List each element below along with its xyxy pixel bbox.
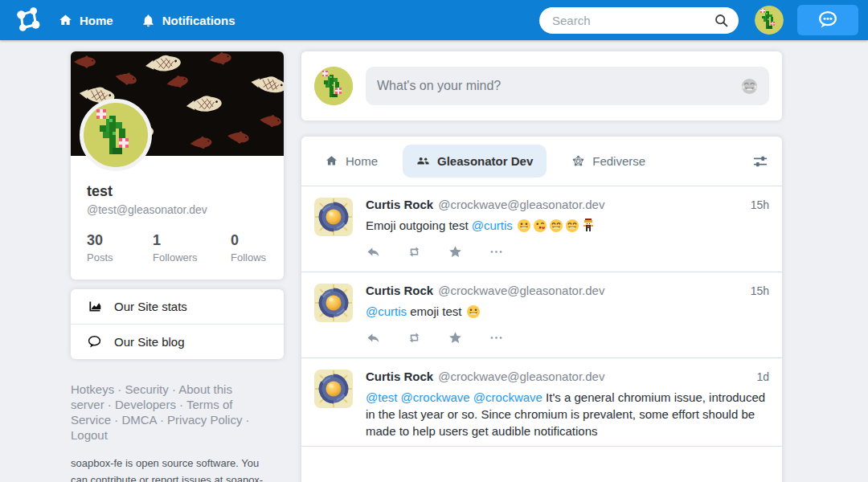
post-author-handle[interactable]: @crockwave@gleasonator.dev: [438, 198, 604, 211]
nav-home-label: Home: [80, 14, 113, 27]
profile-handle: @test@gleasonator.dev: [87, 203, 268, 216]
nav-notifications[interactable]: Notifications: [141, 13, 235, 28]
post-actions: [366, 244, 769, 259]
fediverse-icon: [571, 154, 585, 168]
post: Curtis Rock @crockwave@gleasonator.dev 1…: [301, 272, 782, 358]
post-author-handle[interactable]: @crockwave@gleasonator.dev: [438, 284, 604, 297]
footer-links: Hotkeys · Security · About this server ·…: [71, 382, 254, 443]
site-blog-label: Our Site blog: [114, 335, 185, 349]
footer-about: soapbox-fe is open source software. You …: [71, 455, 272, 482]
compose-avatar[interactable]: [314, 67, 353, 105]
footer-link[interactable]: Privacy Policy: [167, 413, 242, 427]
app-logo-icon[interactable]: [13, 5, 43, 35]
site-stats-link[interactable]: Our Site stats: [71, 289, 284, 324]
emoji-kissing-heart: [533, 219, 547, 233]
footer-link[interactable]: Security: [125, 382, 169, 396]
favourite-button[interactable]: [448, 244, 463, 259]
mention-link[interactable]: @curtis: [472, 219, 513, 232]
curtis-avatar: [314, 370, 353, 408]
mention-link[interactable]: @test: [366, 390, 397, 404]
post-author-avatar[interactable]: [314, 370, 353, 408]
mention-link[interactable]: @curtis: [366, 304, 407, 318]
repost-button[interactable]: [407, 244, 422, 259]
cactus-avatar: [84, 103, 148, 167]
curtis-avatar: [314, 284, 353, 322]
nav-home[interactable]: Home: [58, 13, 113, 28]
search-icon[interactable]: [714, 13, 729, 28]
post-author-name[interactable]: Curtis Rock: [366, 198, 433, 211]
site-stats-label: Our Site stats: [114, 300, 187, 313]
footer-link[interactable]: Developers: [115, 398, 176, 411]
cactus-avatar: [755, 6, 784, 35]
home-icon: [325, 154, 338, 168]
chart-icon: [87, 299, 102, 314]
post-author-avatar[interactable]: [314, 284, 353, 322]
emoji-grinning: [466, 304, 481, 319]
tab-home[interactable]: Home: [311, 145, 391, 178]
emoji-grinning-eyes: [565, 219, 579, 233]
bell-icon: [141, 13, 156, 28]
post-timestamp[interactable]: 15h: [751, 198, 769, 211]
post-text: Emoji outgoing test: [366, 219, 472, 232]
reply-button[interactable]: [366, 330, 381, 345]
post-timestamp[interactable]: 15h: [751, 284, 769, 297]
emoji-picker-icon[interactable]: [740, 77, 759, 96]
stat-posts[interactable]: 30 Posts: [87, 232, 153, 263]
footer-link[interactable]: Hotkeys: [71, 382, 114, 396]
post-content: @curtis emoji test: [366, 303, 769, 320]
compose-input[interactable]: [377, 79, 740, 93]
post-author-name[interactable]: Curtis Rock: [366, 284, 433, 297]
site-blog-link[interactable]: Our Site blog: [71, 324, 284, 359]
profile-avatar[interactable]: [80, 99, 152, 171]
emoji-row: [516, 219, 596, 232]
emoji-grinning-eyes: [549, 219, 563, 233]
chat-bubble-icon: [816, 8, 840, 32]
home-icon: [58, 13, 73, 28]
cactus-avatar: [314, 67, 353, 105]
tab-fediverse-label: Fediverse: [592, 154, 645, 168]
profile-display-name[interactable]: test: [87, 183, 268, 200]
nav-notifications-label: Notifications: [162, 14, 235, 27]
profile-card: test @test@gleasonator.dev 30 Posts 1 Fo…: [71, 51, 284, 280]
top-navbar: Home Notifications: [0, 0, 868, 40]
tab-community-label: Gleasonator Dev: [437, 154, 533, 168]
main-column: Home Gleasonator Dev: [301, 51, 782, 482]
left-sidebar: test @test@gleasonator.dev 30 Posts 1 Fo…: [71, 51, 284, 482]
search-input[interactable]: [552, 14, 714, 27]
post: Curtis Rock @crockwave@gleasonator.dev 1…: [301, 358, 782, 447]
reply-button[interactable]: [366, 244, 381, 259]
nav-user-avatar[interactable]: [755, 6, 784, 35]
post-author-name[interactable]: Curtis Rock: [366, 370, 433, 383]
sidebar-footer: Hotkeys · Security · About this server ·…: [71, 382, 254, 482]
mention-link[interactable]: @crockwave: [473, 390, 542, 404]
post-text: emoji test: [407, 304, 465, 318]
mention-link[interactable]: @crockwave: [401, 390, 470, 404]
emoji-grinning: [517, 219, 531, 233]
tab-community[interactable]: Gleasonator Dev: [403, 145, 547, 178]
footer-link[interactable]: DMCA: [121, 413, 156, 427]
post-actions: [366, 330, 769, 345]
chat-button[interactable]: [797, 5, 858, 35]
more-button[interactable]: [489, 330, 504, 345]
post-timestamp[interactable]: 1d: [756, 370, 769, 383]
stat-follows[interactable]: 0 Follows: [231, 232, 266, 263]
post-content: Emoji outgoing test @curtis: [366, 217, 769, 234]
post-content: @test @crockwave @crockwave It's a gener…: [366, 389, 769, 439]
repost-button[interactable]: [407, 330, 422, 345]
emoji-custom-pixel: [581, 219, 596, 233]
post-author-avatar[interactable]: [314, 198, 353, 236]
timeline-tabs: Home Gleasonator Dev: [301, 137, 782, 186]
post-author-handle[interactable]: @crockwave@gleasonator.dev: [438, 370, 604, 383]
profile-stats: 30 Posts 1 Followers 0 Follows: [87, 232, 268, 263]
group-icon: [416, 154, 430, 168]
timeline-settings-icon[interactable]: [751, 153, 769, 170]
compose-field[interactable]: [366, 67, 769, 105]
more-button[interactable]: [489, 244, 504, 259]
compose-card: [301, 51, 782, 120]
tab-fediverse[interactable]: Fediverse: [558, 145, 659, 178]
search-bar[interactable]: [539, 7, 739, 34]
favourite-button[interactable]: [448, 330, 463, 345]
footer-link[interactable]: Logout: [71, 428, 108, 442]
curtis-avatar: [314, 198, 353, 236]
stat-followers[interactable]: 1 Followers: [153, 232, 231, 263]
